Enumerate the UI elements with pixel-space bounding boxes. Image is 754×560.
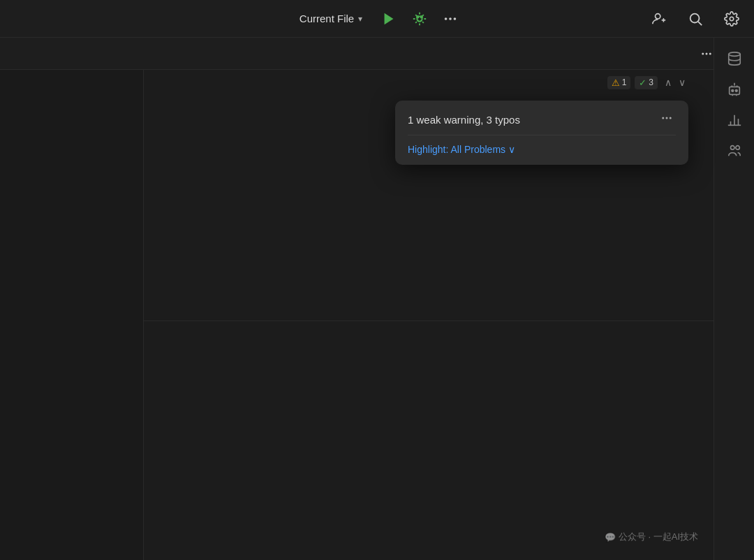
svg-line-11: [698, 22, 702, 25]
search-icon: [688, 11, 703, 27]
watermark: 💬 公众号 · 一起AI技术: [605, 531, 698, 543]
svg-point-3: [421, 15, 423, 17]
right-sidebar: [714, 38, 754, 560]
run-button[interactable]: [378, 8, 400, 30]
nav-down-button[interactable]: ∨: [676, 75, 688, 89]
svg-point-18: [670, 117, 672, 119]
svg-marker-0: [385, 13, 394, 24]
current-file-button[interactable]: Current File ▾: [293, 8, 369, 29]
play-icon: [381, 11, 397, 27]
svg-point-19: [728, 52, 740, 57]
watermark-text: 公众号 · 一起AI技术: [619, 531, 698, 543]
svg-point-6: [454, 17, 457, 20]
svg-point-16: [662, 117, 664, 119]
svg-point-10: [690, 13, 700, 22]
more-options-button[interactable]: [439, 8, 461, 30]
more-dots-icon: [443, 11, 458, 27]
secondary-bar: [0, 38, 754, 70]
team-sidebar-button[interactable]: [720, 137, 748, 165]
editor-area: ⚠ 1 ✓ 3 ∧ ∨ 1 weak warning, 3 typos: [144, 70, 714, 560]
svg-point-5: [449, 17, 452, 20]
svg-point-13: [702, 52, 704, 54]
problems-popup: 1 weak warning, 3 typos Highlight: All P…: [395, 101, 688, 165]
svg-point-15: [709, 52, 711, 54]
popup-footer: Highlight: All Problems ∨: [395, 135, 688, 165]
check-count: 3: [649, 78, 653, 87]
svg-point-29: [730, 146, 734, 150]
svg-point-7: [656, 13, 660, 18]
chart-icon: [727, 112, 742, 128]
svg-point-2: [417, 15, 419, 17]
left-panel: [0, 70, 144, 560]
svg-point-4: [445, 17, 448, 20]
highlight-link[interactable]: Highlight: All Problems ∨: [408, 144, 676, 155]
current-file-chevron: ▾: [358, 14, 362, 24]
ai-robot-icon: [727, 82, 742, 97]
editor-bottom: [144, 321, 714, 560]
ai-sidebar-button[interactable]: [720, 75, 748, 103]
main-content: ⚠ 1 ✓ 3 ∧ ∨ 1 weak warning, 3 typos: [0, 70, 714, 560]
toolbar-right: [461, 8, 743, 30]
warning-count: 1: [622, 78, 627, 87]
database-sidebar-button[interactable]: [720, 45, 748, 73]
debug-button[interactable]: [408, 8, 431, 30]
search-button[interactable]: [684, 8, 707, 30]
svg-point-30: [735, 146, 739, 150]
watermark-wechat-icon: 💬: [605, 532, 616, 543]
popup-title: 1 weak warning, 3 typos: [408, 114, 520, 126]
svg-point-12: [730, 17, 734, 21]
popup-dots-icon: [660, 112, 673, 124]
warning-triangle-icon: ⚠: [612, 78, 620, 88]
svg-point-22: [735, 89, 737, 91]
nav-up-button[interactable]: ∧: [662, 75, 674, 89]
svg-point-17: [666, 117, 668, 119]
team-icon: [727, 143, 742, 159]
database-icon: [727, 51, 742, 66]
settings-button[interactable]: [720, 8, 743, 30]
current-file-label: Current File: [300, 13, 354, 24]
popup-header: 1 weak warning, 3 typos: [395, 101, 688, 135]
svg-point-14: [706, 52, 708, 54]
secondary-dots-icon: [700, 47, 713, 60]
svg-rect-20: [729, 87, 739, 94]
popup-more-button[interactable]: [658, 112, 676, 128]
checkmark-icon: ✓: [639, 78, 646, 88]
badge-row: ⚠ 1 ✓ 3 ∧ ∨: [607, 75, 688, 89]
bug-icon: [412, 11, 427, 27]
nav-arrows: ∧ ∨: [662, 75, 688, 89]
highlight-label: Highlight: All Problems: [408, 144, 505, 155]
add-collaborator-button[interactable]: [648, 8, 670, 30]
settings-gear-icon: [724, 11, 739, 27]
editor-top: ⚠ 1 ✓ 3 ∧ ∨ 1 weak warning, 3 typos: [144, 70, 714, 321]
toolbar: Current File ▾: [0, 0, 754, 38]
warning-badge: ⚠ 1: [607, 76, 631, 89]
svg-point-21: [731, 89, 733, 91]
toolbar-center: Current File ▾: [293, 8, 461, 30]
add-person-icon: [651, 11, 667, 27]
highlight-chevron: ∨: [508, 144, 515, 155]
analytics-sidebar-button[interactable]: [720, 106, 748, 134]
check-badge: ✓ 3: [635, 76, 658, 89]
